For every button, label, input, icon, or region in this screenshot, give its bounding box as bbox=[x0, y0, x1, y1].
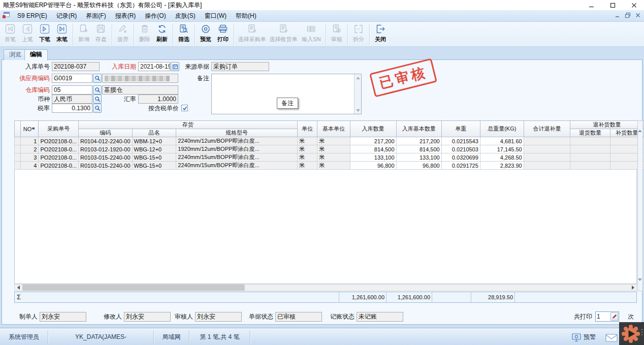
prev-record-button[interactable]: 上笔 bbox=[19, 23, 36, 43]
col-name[interactable]: 品名 bbox=[132, 129, 176, 137]
tax-included-checkbox[interactable] bbox=[181, 105, 188, 111]
cell-name[interactable]: WBG-12+0 bbox=[132, 145, 176, 153]
tab-browse[interactable]: 浏览 bbox=[4, 49, 27, 60]
cell-spec[interactable]: 2240mm/12um/BOPP即涂白度... bbox=[176, 137, 298, 145]
supplier-code-field[interactable]: G0019 bbox=[52, 74, 92, 83]
refresh-button[interactable]: 刷新 bbox=[153, 23, 171, 43]
scroll-left-icon[interactable] bbox=[15, 285, 22, 291]
col-po[interactable]: 采购单号 bbox=[39, 121, 79, 137]
menu-reports[interactable]: 报表(R) bbox=[111, 10, 141, 21]
menu-interface[interactable]: 界面(F) bbox=[81, 10, 110, 21]
supplier-lookup-button[interactable] bbox=[93, 74, 102, 83]
col-base-unit[interactable]: 基本单位 bbox=[317, 121, 350, 137]
menu-record[interactable]: 记录(R) bbox=[52, 10, 82, 21]
cell-no[interactable]: 1 bbox=[20, 137, 39, 145]
menu-skins[interactable]: 皮肤(S) bbox=[171, 10, 200, 21]
cell-code[interactable]: R0104-012-2240-00 bbox=[79, 137, 132, 145]
mdi-close-icon[interactable] bbox=[635, 12, 641, 18]
cell-total-adjust[interactable] bbox=[524, 162, 570, 170]
cell-return-qty[interactable] bbox=[570, 137, 610, 145]
cell-name[interactable]: WBG-15+0 bbox=[132, 162, 176, 170]
delete-button[interactable]: 删除 bbox=[136, 23, 153, 43]
cell-no[interactable]: 3 bbox=[20, 153, 39, 162]
save-button[interactable]: 存盘 bbox=[92, 23, 110, 43]
grid-row[interactable]: 3 PO202108-0... R0103-015-2240-00 WBG-15… bbox=[15, 153, 644, 162]
cell-base-unit[interactable]: 米 bbox=[317, 137, 350, 145]
print-count-field[interactable]: 1 bbox=[595, 311, 619, 322]
menu-window[interactable]: 窗口(W) bbox=[200, 10, 231, 21]
cell-base-unit[interactable]: 米 bbox=[317, 153, 350, 162]
cell-base-unit[interactable]: 米 bbox=[317, 145, 350, 153]
row-indicator[interactable] bbox=[15, 145, 21, 153]
cell-po[interactable]: PO202108-0... bbox=[39, 162, 79, 170]
warehouse-lookup-button[interactable] bbox=[93, 85, 102, 95]
cell-total-weight[interactable]: 4,268.50 bbox=[480, 153, 524, 162]
cell-unit[interactable]: 米 bbox=[297, 153, 317, 162]
cell-spec[interactable]: 1920mm/12um/BOPP即涂白度... bbox=[176, 145, 298, 153]
cell-name[interactable]: WBM-12+0 bbox=[132, 137, 176, 145]
cell-return-qty[interactable] bbox=[570, 162, 610, 170]
cell-po[interactable]: PO202108-0... bbox=[39, 137, 79, 145]
last-record-button[interactable]: 末笔 bbox=[53, 23, 71, 43]
cell-base-qty[interactable]: 814,500 bbox=[396, 145, 441, 153]
cell-no[interactable]: 2 bbox=[20, 145, 39, 153]
cell-unit-weight[interactable]: 0.0320699 bbox=[441, 153, 480, 162]
cell-total-weight[interactable]: 2,823.90 bbox=[480, 162, 524, 170]
menu-help[interactable]: 帮助(H) bbox=[231, 10, 261, 21]
cell-po[interactable]: PO202108-0... bbox=[39, 153, 79, 162]
warehouse-code-field[interactable]: 05 bbox=[52, 85, 92, 95]
grid-row[interactable]: 1 PO202108-0... R0104-012-2240-00 WBM-12… bbox=[15, 137, 644, 145]
scroll-down-icon[interactable] bbox=[355, 107, 361, 113]
grid-row[interactable]: 2 PO202108-0... R0103-012-1920-00 WBG-12… bbox=[15, 145, 644, 153]
select-purchase-order-button[interactable]: 选择采购单 bbox=[236, 23, 268, 43]
scroll-up-icon[interactable] bbox=[355, 75, 361, 81]
cell-code[interactable]: R0103-015-2240-00 bbox=[79, 153, 132, 162]
cell-qty[interactable]: 217,200 bbox=[350, 137, 396, 145]
cell-unit-weight[interactable]: 0.0215543 bbox=[441, 137, 480, 145]
cell-spec[interactable]: 2240mm/15um/BOPP即涂白度... bbox=[176, 162, 298, 170]
recorder-menu-dots-icon[interactable] bbox=[641, 329, 642, 335]
currency-lookup-button[interactable] bbox=[93, 95, 102, 104]
cell-code[interactable]: R0103-012-1920-00 bbox=[79, 145, 132, 153]
grid-row[interactable]: 4 PO202108-0... R0103-015-2240-00 WBG-15… bbox=[15, 162, 644, 170]
mdi-restore-icon[interactable] bbox=[625, 12, 631, 18]
menu-s9erp[interactable]: S9 ERP(E) bbox=[13, 10, 52, 21]
cell-return-qty[interactable] bbox=[570, 153, 610, 162]
cell-qty[interactable]: 814,500 bbox=[350, 145, 396, 153]
audit-button[interactable]: 审核 bbox=[328, 23, 345, 43]
cell-total-adjust[interactable] bbox=[524, 153, 570, 162]
receipt-date-field[interactable]: 2021-08-19 bbox=[138, 62, 170, 71]
scroll-up-icon[interactable] bbox=[638, 121, 642, 132]
cell-code[interactable]: R0103-015-2240-00 bbox=[79, 162, 132, 170]
col-total-weight[interactable]: 总重量(KG) bbox=[480, 121, 524, 137]
abandon-button[interactable]: 放弃 bbox=[114, 23, 132, 43]
row-indicator[interactable] bbox=[15, 137, 21, 145]
col-unit[interactable]: 单位 bbox=[297, 121, 317, 137]
col-qty[interactable]: 入库数量 bbox=[350, 121, 396, 137]
minimize-button[interactable] bbox=[582, 0, 600, 10]
col-no[interactable]: NO bbox=[20, 121, 39, 137]
tax-lookup-button[interactable] bbox=[93, 104, 102, 113]
tax-rate-field[interactable]: 0.1300 bbox=[52, 104, 92, 113]
cell-no[interactable]: 4 bbox=[20, 162, 39, 170]
close-form-button[interactable]: 关闭 bbox=[372, 23, 389, 43]
next-record-button[interactable]: 下笔 bbox=[36, 23, 53, 43]
input-sn-button[interactable]: 输入SN bbox=[299, 23, 324, 43]
alert-button[interactable]: 预警 bbox=[571, 332, 604, 342]
cell-unit[interactable]: 米 bbox=[297, 145, 317, 153]
first-record-button[interactable]: 首笔 bbox=[2, 23, 19, 43]
row-indicator[interactable] bbox=[15, 162, 21, 170]
split-button[interactable]: 拆分 bbox=[350, 23, 367, 43]
mail-icon[interactable] bbox=[605, 334, 618, 343]
col-base-qty[interactable]: 入库基本数量 bbox=[396, 121, 441, 137]
remark-scrollbar[interactable] bbox=[354, 74, 361, 114]
cell-qty[interactable]: 133,100 bbox=[350, 153, 396, 162]
maximize-button[interactable] bbox=[603, 0, 622, 10]
hscrollbar-thumb[interactable] bbox=[22, 285, 245, 291]
currency-field[interactable]: 人民币 bbox=[52, 95, 92, 104]
select-receipt-note-button[interactable]: 选择收货单 bbox=[268, 23, 299, 43]
mdi-minimize-icon[interactable] bbox=[615, 12, 621, 18]
calendar-button[interactable] bbox=[171, 62, 179, 71]
cell-unit[interactable]: 米 bbox=[297, 162, 317, 170]
cell-unit-weight[interactable]: 0.0291725 bbox=[441, 162, 480, 170]
